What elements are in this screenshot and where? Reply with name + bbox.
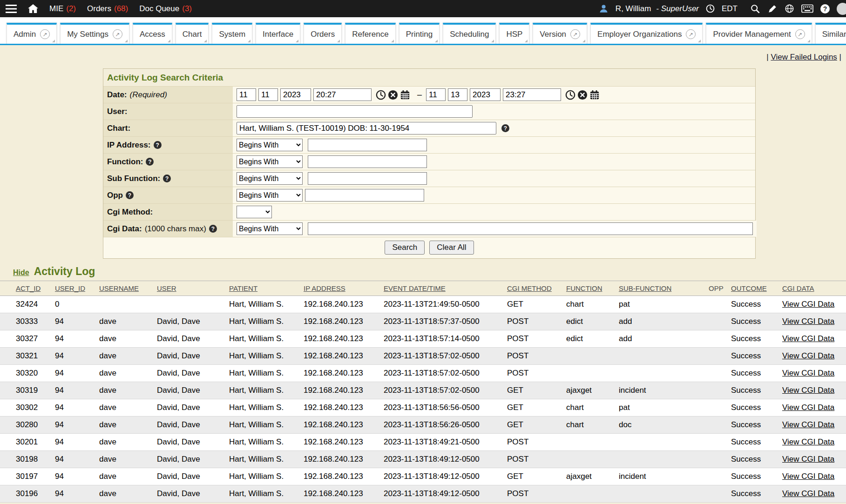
tab-admin[interactable]: Admin	[7, 23, 57, 44]
open-in-new-window-icon[interactable]	[795, 29, 805, 39]
user-input[interactable]	[237, 105, 473, 118]
view-failed-logins-link[interactable]: View Failed Logins	[771, 53, 837, 61]
time-picker-icon[interactable]	[565, 90, 575, 100]
tab-chart[interactable]: Chart	[176, 23, 209, 44]
cgi-method-select[interactable]	[237, 206, 272, 218]
ip-help-icon[interactable]	[154, 141, 162, 149]
date-to-month-input[interactable]	[426, 88, 446, 101]
view-cgi-data-link[interactable]: View CGI Data	[782, 437, 834, 446]
tab-my-settings[interactable]: My Settings	[60, 23, 129, 44]
clear-all-button[interactable]: Clear All	[429, 241, 474, 255]
sort-patient[interactable]: PATIENT	[229, 284, 257, 292]
sort-cgi_data[interactable]: CGI DATA	[782, 284, 814, 292]
view-cgi-data-link[interactable]: View CGI Data	[782, 403, 834, 412]
view-cgi-data-link[interactable]: View CGI Data	[782, 317, 834, 326]
view-cgi-data-link[interactable]: View CGI Data	[782, 386, 834, 395]
topbar-link-mie[interactable]: MIE (2)	[49, 4, 76, 13]
view-cgi-data-link[interactable]: View CGI Data	[782, 472, 834, 481]
date-from-year-input[interactable]	[280, 88, 311, 101]
opp-input[interactable]	[305, 189, 424, 202]
cgi-data-match-select[interactable]: Begins With	[237, 222, 303, 235]
tab-provider-management[interactable]: Provider Management	[706, 23, 812, 44]
sort-user_id[interactable]: USER_ID	[55, 284, 85, 292]
globe-icon[interactable]	[785, 4, 794, 13]
open-in-new-window-icon[interactable]	[40, 29, 50, 39]
function-input[interactable]	[308, 155, 427, 168]
search-button[interactable]: Search	[385, 241, 425, 255]
sort-cgi_method[interactable]: CGI METHOD	[507, 284, 552, 292]
tab-version[interactable]: Version	[533, 23, 587, 44]
keyboard-icon[interactable]	[801, 4, 813, 13]
calendar-icon[interactable]	[589, 90, 600, 100]
tab-interface[interactable]: Interface	[256, 23, 300, 44]
ip-address-input[interactable]	[308, 139, 427, 151]
view-cgi-data-link[interactable]: View CGI Data	[782, 334, 834, 343]
view-cgi-data-link[interactable]: View CGI Data	[782, 455, 834, 464]
sub-function-input[interactable]	[308, 172, 427, 185]
date-to-time-input[interactable]	[503, 88, 561, 101]
home-icon[interactable]	[28, 4, 38, 13]
date-to-year-input[interactable]	[470, 88, 501, 101]
tab-scheduling[interactable]: Scheduling	[443, 23, 496, 44]
tab-reference[interactable]: Reference	[345, 23, 395, 44]
ip-match-select[interactable]: Begins With	[237, 139, 303, 151]
tab-system[interactable]: System	[212, 23, 252, 44]
view-cgi-data-link[interactable]: View CGI Data	[782, 369, 834, 377]
clear-date-icon[interactable]	[388, 90, 398, 100]
sub-function-help-icon[interactable]	[163, 175, 171, 182]
sort-event_date_time[interactable]: EVENT DATE/TIME	[384, 284, 446, 292]
date-from-day-input[interactable]	[258, 88, 278, 101]
hide-activity-log-link[interactable]: Hide	[13, 269, 29, 277]
topbar-link-orders[interactable]: Orders (68)	[87, 4, 128, 13]
hamburger-menu-icon[interactable]	[6, 5, 17, 13]
user-value-cell	[233, 103, 755, 120]
view-cgi-data-link[interactable]: View CGI Data	[782, 489, 834, 498]
cell-act_id: 30201	[0, 434, 53, 451]
cell-user_id: 94	[53, 468, 97, 485]
topbar-link-doc-queue[interactable]: Doc Queue (3)	[139, 4, 192, 13]
sub-function-match-select[interactable]: Begins With	[237, 172, 303, 185]
sort-user[interactable]: USER	[157, 284, 176, 292]
tab-similar-exposures[interactable]: Similar Exposures	[815, 23, 846, 44]
open-in-new-window-icon[interactable]	[686, 29, 696, 39]
function-match-select[interactable]: Begins With	[237, 155, 303, 168]
open-in-new-window-icon[interactable]	[113, 29, 122, 39]
function-help-icon[interactable]	[146, 158, 154, 166]
date-to-day-input[interactable]	[448, 88, 467, 101]
help-icon[interactable]	[820, 4, 830, 13]
cell-cgi_method: POST	[505, 434, 564, 451]
chart-input[interactable]	[237, 122, 496, 134]
chart-help-icon[interactable]	[501, 124, 509, 132]
view-cgi-data-link[interactable]: View CGI Data	[782, 351, 834, 360]
tab-printing[interactable]: Printing	[399, 23, 440, 44]
search-icon[interactable]	[750, 4, 760, 14]
user-name[interactable]: R, William	[616, 4, 651, 13]
tab-hsp[interactable]: HSP	[499, 23, 529, 44]
time-picker-icon[interactable]	[376, 90, 386, 100]
date-from-time-input[interactable]	[313, 88, 372, 101]
cgi-data-input[interactable]	[308, 222, 753, 235]
tab-employer-organizations[interactable]: Employer Organizations	[590, 23, 703, 44]
sort-act_id[interactable]: ACT_ID	[16, 284, 41, 292]
tab-access[interactable]: Access	[133, 23, 172, 44]
date-from-month-input[interactable]	[237, 88, 256, 101]
open-in-new-window-icon[interactable]	[570, 29, 580, 39]
clear-date-icon[interactable]	[577, 90, 588, 100]
calendar-icon[interactable]	[400, 90, 410, 100]
sort-function[interactable]: FUNCTION	[566, 284, 602, 292]
opp-help-icon[interactable]	[126, 191, 134, 199]
sort-username[interactable]: USERNAME	[99, 284, 139, 292]
cgi-data-help-icon[interactable]	[209, 225, 217, 233]
partial-avatar-circle[interactable]	[837, 3, 846, 15]
view-cgi-data-link[interactable]: View CGI Data	[782, 420, 834, 429]
cell-sub_function: add	[616, 330, 706, 348]
opp-match-select[interactable]: Begins With	[237, 189, 303, 202]
view-cgi-data-link[interactable]: View CGI Data	[782, 300, 834, 309]
cell-sub_function	[616, 434, 706, 451]
sort-sub_function[interactable]: SUB-FUNCTION	[619, 284, 671, 292]
sort-outcome[interactable]: OUTCOME	[731, 284, 767, 292]
pen-icon[interactable]	[767, 4, 778, 14]
sort-ip_address[interactable]: IP ADDRESS	[304, 284, 345, 292]
tab-orders[interactable]: Orders	[304, 23, 342, 44]
user-icon[interactable]	[599, 4, 609, 13]
